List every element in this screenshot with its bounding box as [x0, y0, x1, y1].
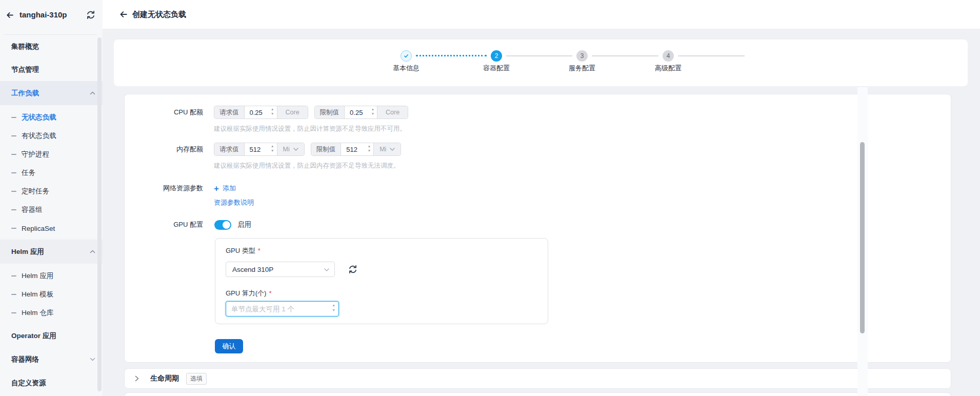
chevron-down-icon [390, 148, 395, 151]
content-scrollbar-thumb[interactable] [860, 142, 865, 333]
sidebar-item-custom-resource[interactable]: 自定义资源 [0, 371, 103, 394]
memory-limit-label: 限制值 [311, 143, 342, 155]
sidebar-item-pods[interactable]: 容器组 [0, 201, 103, 219]
cluster-name: tanghai-310p [19, 10, 67, 19]
memory-limit-group: 限制值 ▲▼ Mi [311, 143, 402, 156]
sidebar-header: tanghai-310p [0, 0, 103, 35]
cpu-request-group: 请求值 ▲▼ Core [214, 106, 308, 119]
gpu-toggle-state-label: 启用 [237, 220, 251, 229]
step-advanced-config[interactable]: 4 [663, 50, 674, 62]
step-connector [506, 55, 572, 56]
back-arrow-icon [5, 11, 14, 19]
next-section-card[interactable] [124, 392, 951, 396]
sidebar-item-node-management[interactable]: 节点管理 [0, 58, 103, 81]
gpu-type-label: GPU 类型* [226, 247, 261, 254]
lifecycle-section[interactable]: 生命周期 选填 [124, 368, 951, 389]
sidebar-section-helm[interactable]: Helm 应用 [0, 240, 103, 264]
cpu-request-stepper[interactable]: ▲▼ [271, 108, 274, 117]
chevron-up-icon [90, 91, 95, 95]
cpu-limit-group: 限制值 ▲▼ Core [314, 106, 409, 119]
content-area: 2 3 4 基本信息 容器配置 服务配置 高级配置 CPU 配额 请求值 [103, 29, 980, 396]
step-container-config[interactable]: 2 [491, 50, 502, 62]
lifecycle-title: 生命周期 [150, 374, 179, 383]
step-label-service-config: 服务配置 [559, 64, 605, 73]
step-connector [592, 55, 658, 56]
app-window: tanghai-310p 集群概览 节点管理 工作负载 无状态负载 有状态负载 … [0, 0, 980, 396]
cpu-request-unit: Core [277, 106, 308, 118]
memory-quota-label: 内存配额 [125, 143, 203, 156]
plus-icon: + [214, 184, 219, 193]
page-back-button[interactable] [118, 9, 128, 19]
chevron-down-icon [324, 268, 329, 271]
memory-request-unit-select[interactable]: Mi [277, 143, 304, 155]
sidebar-item-cronjob[interactable]: 定时任务 [0, 182, 103, 201]
cpu-quota-label: CPU 配额 [125, 106, 203, 119]
cpu-limit-unit: Core [377, 106, 408, 118]
gpu-count-stepper[interactable]: ▲▼ [332, 304, 335, 314]
cluster-back-button[interactable] [4, 10, 14, 20]
memory-request-group: 请求值 ▲▼ Mi [214, 143, 305, 156]
gpu-type-refresh-icon[interactable] [348, 265, 357, 274]
cpu-limit-stepper[interactable]: ▲▼ [371, 108, 374, 117]
gpu-type-select[interactable]: Ascend 310P [226, 262, 335, 277]
sidebar: tanghai-310p 集群概览 节点管理 工作负载 无状态负载 有状态负载 … [0, 0, 103, 396]
gpu-count-input[interactable] [226, 301, 339, 316]
container-config-form: CPU 配额 请求值 ▲▼ Core 限制值 ▲▼ [124, 94, 951, 363]
resource-params-doc-link[interactable]: 资源参数说明 [214, 199, 254, 206]
sidebar-item-helm-repo[interactable]: Helm 仓库 [0, 304, 103, 322]
required-asterisk: * [269, 289, 271, 297]
sidebar-item-helm-app[interactable]: Helm 应用 [0, 267, 103, 285]
memory-request-label: 请求值 [214, 143, 245, 155]
memory-quota-hint: 建议根据实际使用情况设置，防止因内存资源不足导致无法调度。 [214, 162, 400, 170]
sidebar-item-stateless-workload[interactable]: 无状态负载 [0, 108, 103, 127]
sidebar-item-job[interactable]: 任务 [0, 164, 103, 182]
chevron-down-icon [293, 148, 298, 151]
step-basic-info[interactable] [401, 50, 412, 62]
sidebar-scrollbar[interactable] [97, 37, 102, 391]
sidebar-section-container-network[interactable]: 容器网络 [0, 347, 103, 371]
workloads-submenu: 无状态负载 有状态负载 守护进程 任务 定时任务 容器组 ReplicaSet [0, 105, 103, 240]
step-label-container-config: 容器配置 [474, 64, 519, 73]
chevron-down-icon [90, 358, 95, 361]
stepper-card: 2 3 4 基本信息 容器配置 服务配置 高级配置 [114, 39, 968, 86]
page-title: 创建无状态负载 [132, 10, 186, 19]
optional-badge: 选填 [186, 373, 207, 385]
gpu-settings-panel: GPU 类型* Ascend 310P GPU 算力(个)* ▲▼ [215, 238, 548, 324]
step-label-basic-info: 基本信息 [384, 64, 429, 73]
step-connector-done [416, 55, 487, 56]
cluster-refresh-icon[interactable] [86, 10, 95, 19]
sidebar-item-replicaset[interactable]: ReplicaSet [0, 219, 103, 237]
helm-submenu: Helm 应用 Helm 模板 Helm 仓库 [0, 264, 103, 324]
network-params-label: 网络资源参数 [125, 182, 203, 195]
gpu-config-label: GPU 配置 [125, 219, 203, 230]
sidebar-section-workloads[interactable]: 工作负载 [0, 81, 103, 105]
network-add-button[interactable]: + 添加 [214, 182, 236, 195]
confirm-button[interactable]: 确认 [215, 339, 243, 353]
memory-limit-unit-select[interactable]: Mi [373, 143, 401, 155]
step-connector-trailing [678, 55, 745, 56]
gpu-count-label: GPU 算力(个)* [226, 290, 272, 297]
required-asterisk: * [258, 247, 261, 254]
cpu-quota-hint: 建议根据实际使用情况设置，防止因计算资源不足导致应用不可用。 [214, 125, 406, 133]
sidebar-item-helm-template[interactable]: Helm 模板 [0, 285, 103, 304]
chevron-up-icon [90, 250, 95, 253]
memory-limit-stepper[interactable]: ▲▼ [368, 145, 371, 154]
cpu-limit-label: 限制值 [315, 106, 345, 118]
step-label-advanced-config: 高级配置 [646, 64, 691, 73]
gpu-enable-toggle[interactable] [214, 220, 231, 230]
back-arrow-icon [118, 10, 128, 19]
page-header: 创建无状态负载 [103, 0, 980, 29]
memory-request-stepper[interactable]: ▲▼ [271, 145, 274, 154]
sidebar-item-daemonset[interactable]: 守护进程 [0, 145, 103, 164]
sidebar-item-cluster-overview[interactable]: 集群概览 [0, 35, 103, 58]
cpu-request-label: 请求值 [214, 106, 245, 118]
chevron-right-icon [135, 375, 139, 382]
step-check-icon [403, 53, 409, 59]
step-service-config[interactable]: 3 [576, 50, 588, 62]
sidebar-item-stateful-workload[interactable]: 有状态负载 [0, 127, 103, 145]
toggle-knob [223, 221, 230, 229]
sidebar-item-operator-app[interactable]: Operator 应用 [0, 324, 103, 347]
sidebar-menu: 集群概览 节点管理 工作负载 无状态负载 有状态负载 守护进程 任务 定时任务 … [0, 35, 103, 394]
